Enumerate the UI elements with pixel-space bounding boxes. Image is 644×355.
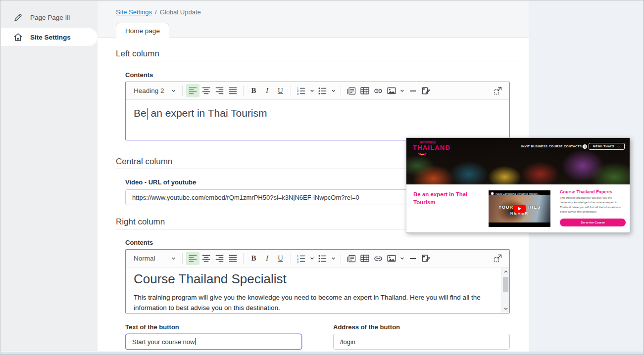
toolbar-separator [182, 86, 183, 96]
align-left-button[interactable] [186, 252, 199, 265]
video-title: Nova Campanha 'Amazing Thailan... [495, 192, 540, 195]
source-editing-button[interactable] [419, 252, 433, 265]
text-cursor [195, 338, 196, 345]
preview-nav-link: COURSE [549, 145, 563, 148]
horizontal-scrollbar[interactable] [1, 352, 644, 355]
contents-label: Contents [125, 239, 153, 246]
text-cursor [147, 108, 148, 120]
numbered-list-icon: 123 [297, 87, 305, 95]
tab-home-page[interactable]: Home page [116, 23, 169, 39]
preview-content: Be an expert in Thai Tourism Nova Campan… [406, 184, 630, 232]
italic-button[interactable]: I [260, 252, 274, 265]
align-left-icon [189, 255, 197, 262]
horizontal-line-button[interactable] [406, 84, 419, 97]
editor-toolbar: Heading 2 B I U 123 [126, 82, 509, 100]
preview-headline: Be an expert in Thai Tourism [413, 191, 477, 206]
sidebar-item-page[interactable]: Page Page Ill [1, 8, 98, 27]
insert-table-button[interactable] [358, 84, 371, 97]
scrollbar-thumb[interactable] [503, 277, 508, 292]
bulleted-list-button[interactable] [316, 252, 329, 265]
bulleted-list-dropdown[interactable] [329, 84, 337, 97]
tab-label: Home page [125, 27, 160, 35]
section-title-central-column: Central column [116, 157, 172, 167]
align-right-button[interactable] [213, 252, 226, 265]
align-center-button[interactable] [199, 84, 213, 97]
insert-image-dropdown[interactable] [398, 84, 406, 97]
numbered-list-button[interactable]: 123 [295, 84, 308, 97]
editor-content-area[interactable]: Course Thailand Specialist This training… [126, 267, 509, 313]
align-right-button[interactable] [213, 84, 226, 97]
home-icon [13, 33, 23, 42]
source-editing-button[interactable] [419, 84, 433, 97]
source-edit-icon [422, 255, 431, 263]
insert-table-button[interactable] [358, 252, 371, 265]
svg-text:3: 3 [297, 260, 298, 263]
bold-button[interactable]: B [247, 252, 260, 265]
insert-media-button[interactable] [345, 84, 358, 97]
toolbar-separator [291, 253, 291, 264]
sidebar: Page Page Ill Site Settings [1, 1, 98, 351]
insert-media-button[interactable] [345, 252, 358, 265]
maximize-button[interactable] [491, 252, 504, 265]
source-edit-icon [422, 87, 431, 95]
breadcrumb-link-site-settings[interactable]: Site Settings [116, 8, 152, 16]
numbered-list-dropdown[interactable] [308, 84, 316, 97]
sidebar-item-site-settings[interactable]: Site Settings [1, 28, 98, 46]
preview-nav: INVIT BUSINESS COURSE CONTACTS i MENU TH… [521, 143, 625, 150]
image-icon [387, 255, 396, 262]
bold-button[interactable]: B [247, 84, 260, 97]
bulleted-list-dropdown[interactable] [329, 252, 337, 265]
paragraph-style-dropdown[interactable]: Normal [131, 252, 179, 266]
bulleted-list-button[interactable] [316, 84, 329, 97]
underline-button[interactable]: U [274, 84, 287, 97]
text-of-button-input[interactable]: Start your course now [125, 334, 302, 350]
chevron-down-icon [171, 257, 176, 260]
scrollbar-down-arrow[interactable] [502, 305, 509, 312]
toolbar-separator [341, 86, 341, 96]
numbered-list-button[interactable]: 123 [295, 252, 308, 265]
link-button[interactable] [371, 84, 385, 97]
italic-icon: I [266, 87, 268, 95]
sidebar-item-label: Site Settings [30, 34, 71, 41]
image-icon [387, 87, 396, 94]
breadcrumb-current: Global Update [160, 8, 201, 16]
editor-scrollbar[interactable] [501, 267, 509, 313]
align-center-icon [202, 87, 210, 94]
chevron-down-icon [331, 257, 336, 260]
insert-image-button[interactable] [385, 252, 398, 265]
bold-icon: B [251, 87, 256, 95]
link-icon [374, 255, 383, 262]
toolbar-separator [291, 86, 291, 96]
insert-image-dropdown[interactable] [398, 252, 406, 265]
youtube-play-icon [514, 205, 526, 213]
preview-nav-link: CONTACTS [564, 145, 582, 148]
editor-heading-text: Be an expert in Thai Tourism [126, 100, 509, 120]
insert-image-button[interactable] [385, 84, 398, 97]
underline-icon: U [278, 254, 283, 263]
amazing-thailand-logo: amazing THAILAND [413, 140, 450, 159]
underline-button[interactable]: U [274, 252, 287, 265]
link-button[interactable] [371, 252, 385, 265]
pencil-icon [13, 13, 23, 22]
paragraph-style-dropdown[interactable]: Heading 2 [131, 84, 179, 98]
align-justify-button[interactable] [226, 84, 240, 97]
editor-content-area[interactable]: Be an expert in Thai Tourism [126, 100, 509, 120]
app-window: Page Page Ill Site Settings Site Setting… [0, 0, 644, 355]
maximize-button[interactable] [491, 84, 504, 97]
channel-avatar [491, 192, 494, 195]
italic-button[interactable]: I [260, 84, 274, 97]
contents-label: Contents [125, 71, 153, 79]
numbered-list-dropdown[interactable] [308, 252, 316, 265]
align-right-icon [215, 255, 224, 262]
logo-crescent-icon [417, 152, 428, 157]
scrollbar-up-arrow[interactable] [502, 268, 509, 275]
preview-menu-button: MENU THAI'S [589, 143, 625, 150]
align-center-button[interactable] [199, 252, 213, 265]
align-left-button[interactable] [186, 84, 199, 97]
site-preview-popup: amazing THAILAND INVIT BUSINESS COURSE C… [406, 137, 630, 233]
align-justify-button[interactable] [226, 252, 240, 265]
section-divider [116, 61, 519, 61]
horizontal-line-button[interactable] [406, 252, 419, 265]
horizontal-line-icon [409, 258, 416, 260]
address-of-button-input[interactable]: /login [333, 334, 510, 350]
